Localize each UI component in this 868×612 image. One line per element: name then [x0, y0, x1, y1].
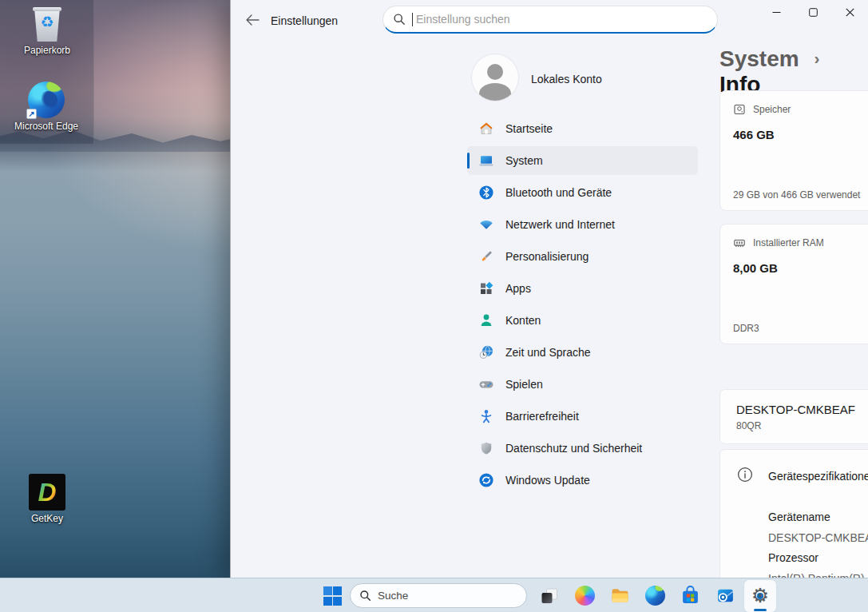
sidebar-item-label: Windows Update: [505, 474, 590, 487]
minimize-icon: [772, 8, 781, 17]
maximize-button[interactable]: [795, 0, 831, 25]
sidebar-item-apps[interactable]: Apps: [467, 274, 698, 303]
close-icon: [846, 8, 854, 17]
device-name: DESKTOP-CMKBEAF: [736, 403, 855, 416]
selected-accent-bar: [467, 153, 470, 169]
recycle-bin-icon: ♻: [31, 6, 63, 42]
close-button[interactable]: [831, 0, 868, 25]
copilot-icon: [575, 586, 595, 606]
accessibility-icon: [478, 408, 494, 424]
specs-title: Gerätespezifikationen: [768, 470, 868, 483]
card-label: Speicher: [753, 104, 791, 115]
sidebar-item-personalisierung[interactable]: Personalisierung: [467, 242, 698, 271]
device-id: 80QR: [736, 420, 761, 431]
device-specs-card: Gerätespezifikationen Kopieren Gerätenam…: [719, 449, 868, 586]
apps-icon: [478, 280, 494, 296]
specs-rows: Gerätename DESKTOP-CMKBEAF Prozessor Int…: [768, 507, 868, 586]
account-name: Lokales Konto: [531, 73, 602, 85]
file-explorer-icon: [610, 586, 630, 606]
ram-icon: [733, 236, 746, 249]
settings-button[interactable]: ⚙: [744, 580, 776, 612]
maximize-icon: [809, 8, 818, 17]
sidebar-item-system[interactable]: System: [467, 146, 698, 175]
store-button[interactable]: [674, 580, 706, 612]
task-view-icon: [540, 586, 559, 606]
card-label: Installierter RAM: [753, 237, 824, 248]
edge-icon: [645, 586, 665, 606]
breadcrumb-separator-icon: ›: [805, 49, 828, 67]
back-button[interactable]: [240, 9, 264, 31]
settings-window: Einstellungen: [230, 0, 868, 578]
active-app-indicator: [754, 609, 767, 611]
sidebar-item-netzwerk[interactable]: Netzwerk und Internet: [467, 210, 698, 239]
desktop-icon-getkey[interactable]: D GetKey: [13, 474, 81, 524]
sidebar-item-startseite[interactable]: Startseite: [467, 114, 698, 143]
sidebar-item-label: Startseite: [505, 122, 553, 135]
card-value: 466 GB: [733, 126, 867, 144]
edge-button[interactable]: [639, 580, 671, 612]
settings-search-box[interactable]: [382, 6, 718, 34]
windows-logo-icon: [323, 586, 342, 605]
card-footer: 29 GB von 466 GB verwendet: [733, 189, 860, 201]
taskbar-search-input[interactable]: [378, 590, 497, 602]
time-language-icon: [478, 344, 494, 360]
minimize-button[interactable]: [758, 0, 795, 25]
outlook-button[interactable]: [709, 580, 741, 612]
sidebar-item-konten[interactable]: Konten: [467, 306, 698, 335]
sidebar-nav: Startseite System Bluetooth und Geräte: [467, 114, 698, 498]
sidebar-item-datenschutz[interactable]: Datenschutz und Sicherheit: [467, 434, 698, 463]
desktop-icon-label: GetKey: [13, 513, 81, 524]
copilot-button[interactable]: [569, 580, 600, 612]
spec-label: Gerätename: [768, 507, 868, 528]
device-name-card: DESKTOP-CMKBEAF 80QR Diesen PC umbenenne…: [719, 389, 868, 444]
titlebar: Einstellungen: [231, 0, 868, 40]
microsoft-store-icon: [680, 586, 700, 606]
spec-value: DESKTOP-CMKBEAF: [768, 528, 868, 549]
spec-label: Prozessor: [768, 548, 868, 569]
taskbar-search-box[interactable]: [350, 583, 527, 608]
sidebar-item-label: System: [505, 154, 543, 167]
sidebar-item-windows-update[interactable]: Windows Update: [467, 466, 698, 495]
window-controls: [758, 0, 868, 25]
sidebar-item-barrierefreiheit[interactable]: Barrierefreiheit: [467, 402, 698, 431]
outlook-icon: [715, 586, 735, 606]
desktop-icon-label: Papierkorb: [13, 45, 81, 56]
sidebar-item-spielen[interactable]: Spielen: [467, 370, 698, 399]
desktop-icon-edge[interactable]: ↗ Microsoft Edge: [12, 81, 81, 132]
sidebar-item-label: Barrierefreiheit: [505, 410, 579, 423]
system-icon: [478, 153, 494, 169]
file-explorer-button[interactable]: [604, 580, 636, 612]
start-button[interactable]: [316, 580, 348, 612]
gamepad-icon: [478, 376, 494, 392]
info-cards: Speicher 466 GB 29 GB von 466 GB verwend…: [719, 90, 868, 344]
taskbar: ⚙: [0, 578, 868, 612]
text-caret: [412, 13, 413, 26]
desktop-icon-label: Microsoft Edge: [12, 121, 81, 132]
sidebar-item-bluetooth[interactable]: Bluetooth und Geräte: [467, 178, 698, 207]
sidebar-item-label: Apps: [505, 282, 531, 295]
sidebar-item-label: Personalisierung: [505, 250, 589, 263]
sidebar-item-label: Bluetooth und Geräte: [505, 186, 612, 199]
back-arrow-icon: [245, 14, 260, 26]
card-speicher: Speicher 466 GB 29 GB von 466 GB verwend…: [719, 90, 868, 211]
sidebar-item-zeit-sprache[interactable]: Zeit und Sprache: [467, 338, 698, 367]
shortcut-arrow-icon: ↗: [26, 109, 37, 119]
bluetooth-icon: [478, 185, 494, 201]
search-icon: [359, 590, 371, 602]
settings-search-input[interactable]: [414, 13, 707, 26]
account-icon: [478, 312, 494, 328]
avatar[interactable]: [472, 54, 518, 101]
wifi-icon: [478, 217, 494, 232]
sidebar-item-label: Spielen: [505, 378, 543, 391]
search-icon: [393, 13, 406, 26]
getkey-icon: D: [29, 474, 65, 511]
card-footer: DDR3: [733, 323, 759, 334]
breadcrumb-parent[interactable]: System: [719, 46, 799, 71]
sidebar-item-label: Zeit und Sprache: [505, 346, 591, 359]
sidebar-item-label: Datenschutz und Sicherheit: [505, 442, 642, 455]
desktop-icon-recycle-bin[interactable]: ♻ Papierkorb: [13, 6, 81, 56]
update-icon: [478, 472, 494, 488]
info-icon: [737, 467, 753, 483]
window-title: Einstellungen: [271, 14, 338, 27]
task-view-button[interactable]: [533, 580, 565, 612]
